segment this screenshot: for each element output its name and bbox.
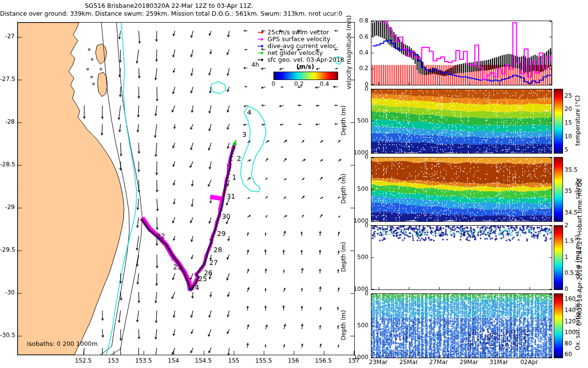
map-lon-tick: 152.5 <box>71 357 96 365</box>
velocity-ytick: 0.4 <box>350 49 368 56</box>
salinity-colorbar <box>554 157 563 222</box>
legend-row: GPS surface velocity <box>257 36 330 43</box>
isobaths-caption: isobaths: 0 200 1000m <box>27 340 98 348</box>
chla-colorbar <box>554 225 563 290</box>
map-lon-tick: 154 <box>161 357 186 365</box>
date-tick: 02Apr <box>517 359 541 366</box>
depth-tick: 500 <box>350 254 368 261</box>
legend-row: net glider velocity <box>257 50 323 56</box>
arrow-scale-label: 4h <box>251 61 259 69</box>
oxygen-section-plot <box>371 293 552 358</box>
velocity-ytick: 0.2 <box>350 65 368 72</box>
swim-vector-arrow-icon <box>257 30 266 35</box>
salinity-section-plot <box>371 157 552 222</box>
date-tick: 23Mar <box>366 359 391 366</box>
legend-row: 25cm/s swim vector <box>257 29 329 36</box>
figure-title-line2: Distance over ground: 339km. Distance sw… <box>0 10 338 18</box>
depth-tick: 500 <box>350 322 368 329</box>
velocity-ytick: 0.6 <box>350 33 368 41</box>
map-lat-tick: -28.5 <box>0 161 15 168</box>
chlorophyll-section-plot <box>371 225 552 290</box>
map-lat-tick: -27 <box>0 33 15 40</box>
map-lon-tick: 153 <box>101 357 125 365</box>
legend-row: dive-avg current veloc. <box>257 43 338 50</box>
depth-axis-label: Depth (m) <box>340 91 347 150</box>
date-tick: 27Mar <box>426 359 451 366</box>
temperature-colorbar <box>554 89 563 154</box>
depth-tick: 0 <box>350 222 368 229</box>
depth-tick: 0 <box>350 154 368 161</box>
depth-tick: 500 <box>350 117 368 125</box>
map-lat-tick: -29 <box>0 204 15 211</box>
legend-row: sfc geo. vel. 03-Apr-2018 <box>257 56 344 63</box>
figure-title-line1: SG516 Brisbane20180320A 22-Mar 12Z to 03… <box>0 2 338 10</box>
date-tick: 29Mar <box>457 359 481 366</box>
depth-tick: 0 <box>350 290 368 297</box>
imos-credit: © IMOS 18-Apr-2018 12:44:27 Hobart time.… <box>576 142 584 363</box>
gps-velocity-arrow-icon <box>257 37 266 42</box>
map-lon-tick: 155 <box>221 357 246 365</box>
map-lon-tick: 154.5 <box>191 357 216 365</box>
seaglider-mission-figure: SG516 Brisbane20180320A 22-Mar 12Z to 03… <box>0 0 588 368</box>
depth-axis-label: Depth (m) <box>340 296 347 355</box>
date-tick: 31Mar <box>487 359 511 366</box>
map-lat-tick: -30 <box>0 289 15 296</box>
date-tick: 25Mar <box>396 359 421 366</box>
velocity-ytick: 0.8 <box>350 17 368 25</box>
net-glider-velocity-arrow-icon <box>257 51 266 55</box>
oxygen-colorbar <box>554 293 563 358</box>
velocity-magnitude-plot <box>371 21 552 85</box>
map-lon-tick: 156 <box>281 357 306 365</box>
map-cbar-tick: 0.2 <box>292 80 306 88</box>
map-speed-colorbar <box>273 72 338 80</box>
dive-avg-current-arrow-icon <box>257 44 266 49</box>
map-lat-tick: -28 <box>0 118 15 126</box>
map-lon-tick: 153.5 <box>131 357 156 365</box>
map-cbar-tick: 0 <box>269 80 278 88</box>
depth-axis-label: Depth (m) <box>340 159 347 218</box>
map-colorbar-title: (m/s) <box>281 63 330 71</box>
map-cbar-tick: 0.4 <box>317 80 332 88</box>
map-lon-tick: 155.5 <box>251 357 276 365</box>
map-lat-tick: -29.5 <box>0 246 15 254</box>
map-lat-tick: -27.5 <box>0 76 15 83</box>
depth-tick: 500 <box>350 185 368 193</box>
depth-tick: 0 <box>350 85 368 93</box>
depth-axis-label: Depth (m) <box>340 228 347 287</box>
map-lon-tick: 156.5 <box>311 357 336 365</box>
temperature-section-plot <box>371 89 552 154</box>
map-lat-tick: -30.5 <box>0 332 15 339</box>
